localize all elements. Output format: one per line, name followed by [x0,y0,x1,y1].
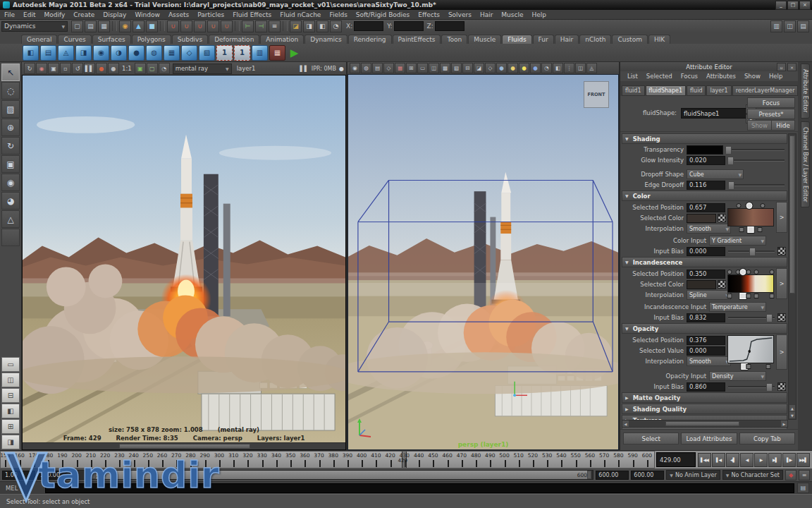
section-header-shading-quality[interactable]: ▶Shading Quality [622,404,787,414]
toggle-sidebar-icon[interactable]: ▥ [770,20,782,32]
presets-button[interactable]: Presets* [747,109,795,119]
animation-preferences-button[interactable]: ≡ [799,470,810,480]
menu-effects[interactable]: Effects [414,11,444,18]
output-connections-icon[interactable]: ⊣ [255,20,267,32]
menu-display[interactable]: Display [99,11,130,18]
delete-fluid-cache-icon[interactable]: ▦ [269,45,285,61]
render-again-icon[interactable]: ↻ [24,63,35,74]
menu-soft-rigid-bodies[interactable]: Soft/Rigid Bodies [352,11,414,18]
ramp-marker[interactable] [753,294,758,298]
ae-menu-help[interactable]: Help [765,73,787,80]
ocean-icon[interactable]: ● [128,45,144,61]
ramp-marker[interactable] [748,226,754,233]
ipr-render-icon[interactable]: ◉ [36,63,47,74]
fluid-2d-container-icon[interactable]: ▤ [40,45,56,61]
opacity-section-header[interactable]: ▼ Opacity [622,323,787,334]
select-object-icon[interactable]: ▲ [133,20,144,32]
auto-keyframe-toggle[interactable]: ◆ [785,470,796,480]
shelf-tab-ncloth[interactable]: nCloth [579,35,611,44]
extend-fluid-icon[interactable]: ◇ [181,45,197,61]
open-scene-icon[interactable]: ▤ [85,20,97,32]
ae-menu-attributes[interactable]: Attributes [702,73,740,80]
menu-muscle[interactable]: Muscle [497,11,527,18]
universal-manipulator-tool[interactable]: ◉ [1,174,20,191]
command-line-input[interactable] [45,483,794,493]
layout-two-pane-stacked[interactable]: ⊟ [1,388,20,403]
snap-to-curve-icon[interactable]: ∪ [180,20,192,32]
ramp-marker[interactable] [769,294,774,298]
show-manipulator-tool[interactable]: △ [1,210,20,228]
ae-menu-focus[interactable]: Focus [677,73,702,80]
toggle-channel-box-icon[interactable]: ◫ [784,20,796,32]
shelf-tab-hik[interactable]: HIK [648,35,670,44]
set-initial-state-icon[interactable]: 1 [216,45,233,61]
color-input-bias-slider[interactable] [728,247,775,255]
remove-image-icon[interactable]: ▢ [147,63,158,74]
script-editor-icon[interactable]: ▤ [797,483,809,493]
ae-tab-layer1[interactable]: layer1 [706,85,731,96]
layout-four-pane[interactable]: ⊞ [1,419,20,434]
menu-edit[interactable]: Edit [19,11,39,18]
select-camera-icon[interactable]: ◉ [350,63,360,73]
opacity-bias-map-button[interactable] [777,382,786,391]
glow-intensity-field[interactable]: 0.020 [687,156,725,165]
incand-selected-position-field[interactable]: 0.350 [687,270,725,279]
go-to-start-button[interactable]: ▌◀◀ [698,453,711,467]
open-render-view-icon[interactable]: ◪ [290,20,302,32]
show-button[interactable]: Show [747,120,772,131]
alpha-channel-icon[interactable]: ● [108,63,119,74]
menu-fluid-effects[interactable]: Fluid Effects [228,11,276,18]
textured-icon[interactable]: ● [508,63,518,73]
step-forward-key-button[interactable]: ▶▌ [768,453,782,467]
close-button[interactable]: × [799,1,811,10]
safe-action-icon[interactable]: ⊟ [462,63,473,73]
isolate-select-icon[interactable]: ◧ [553,63,563,73]
edge-dropoff-field[interactable]: 0.116 [687,181,725,190]
scale-tool[interactable]: ▣ [1,155,20,173]
image-plane-icon[interactable]: ▦ [395,63,405,73]
character-set-dropdown[interactable]: ▼ No Character Set [722,470,783,480]
scroll-down-icon[interactable]: ▼ [789,411,796,419]
edge-dropoff-slider[interactable] [728,181,785,189]
separator-icon[interactable]: ⋮ [564,63,574,73]
xray-icon[interactable]: ◔ [541,63,552,73]
color-interpolation-dropdown[interactable]: Smooth ▼ [687,224,731,234]
multi-lister-icon[interactable]: ◫ [575,63,586,73]
ramp-marker[interactable] [746,294,751,298]
attribute-editor-header[interactable]: Attribute Editor ▫ × [620,62,798,71]
input-connections-icon[interactable]: ⊢ [242,20,254,32]
opacity-selected-position-field[interactable]: 0.376 [687,336,725,345]
render-settings-icon[interactable]: ◔ [330,20,342,32]
anim-layer-dropdown[interactable]: ▼ No Anim Layer [666,470,720,480]
ae-menu-show[interactable]: Show [740,73,765,80]
dock-tab-attribute-editor[interactable]: Attribute Editor [801,64,810,119]
refresh-icon[interactable]: ↺ [72,63,83,74]
image-plane-front-chip[interactable]: FRONT [584,81,609,108]
color-selected-position-field[interactable]: 0.657 [687,203,725,212]
go-to-end-button[interactable]: ▶▶▌ [796,453,810,467]
menu-hair[interactable]: Hair [476,11,497,18]
interactive-playback-icon[interactable]: ▶ [287,46,302,60]
title-bar[interactable]: Autodesk Maya 2011 Beta 2 x64 - Trial Ve… [0,0,812,10]
layout-single-pane[interactable]: ▭ [1,357,20,372]
shelf-tab-hair[interactable]: Hair [555,35,579,44]
film-gate-icon[interactable]: ▭ [417,63,428,73]
menu-create[interactable]: Create [69,11,99,18]
fluid-3d-container-icon[interactable]: ◧ [23,45,39,61]
menu-fluid-ncache[interactable]: Fluid nCache [276,11,325,18]
incand-input-bias-slider[interactable] [728,313,775,322]
opacity-selected-value-field[interactable]: 0.000 [687,346,725,356]
pause-ipr-icon[interactable]: ▌▌ [84,63,95,74]
current-time-field[interactable]: 429.00 [656,452,696,467]
lock-camera-icon[interactable]: ◍ [361,63,371,73]
incand-ramp-expand-button[interactable]: > [776,268,787,299]
ramp-marker[interactable] [746,270,751,274]
transparency-swatch[interactable] [687,145,723,155]
color-ramp-expand-button[interactable]: > [776,202,787,233]
shelf-tab-polygons[interactable]: Polygons [132,35,171,44]
range-end-handle[interactable] [587,471,591,479]
zoom-one-to-one-button[interactable]: 1:1 [122,65,132,72]
x-coord-input[interactable] [354,21,383,31]
command-line-label[interactable]: MEL [0,485,45,492]
save-scene-icon[interactable]: ▦ [98,20,110,32]
